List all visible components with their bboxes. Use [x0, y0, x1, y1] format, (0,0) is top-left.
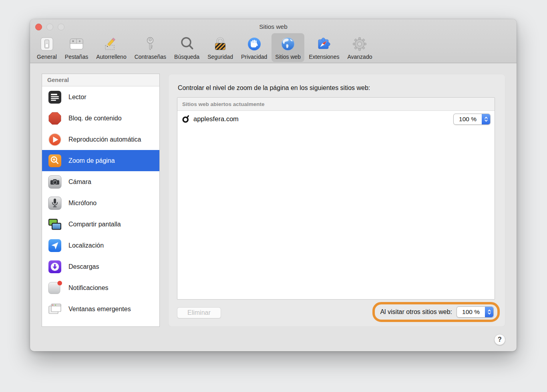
sidebar-item-label: Compartir pantalla [68, 221, 121, 228]
popup-windows-icon [47, 302, 62, 317]
main-pane: Controlar el nivel de zoom de la página … [168, 74, 505, 327]
toolbar-tab-autorrelleno[interactable]: Autorrelleno [93, 33, 130, 62]
site-favicon [182, 115, 190, 123]
gear-icon [350, 35, 369, 53]
site-zoom-value: 100 % [454, 114, 482, 124]
tabs-icon [67, 35, 86, 53]
delete-button[interactable]: Eliminar [177, 307, 221, 318]
sidebar-item-descargas[interactable]: Descargas [42, 256, 159, 277]
page-zoom-icon [47, 153, 62, 168]
toolbar-tab-sitios-web[interactable]: Sitios web [271, 33, 304, 62]
switch-icon [38, 35, 56, 53]
sidebar-item-label: Cámara [68, 178, 91, 186]
stop-octagon-icon [47, 111, 62, 126]
sidebar-item-lector[interactable]: Lector [42, 86, 159, 108]
sidebar-section-header: General [42, 74, 159, 86]
sidebar-item-label: Reproducción automática [68, 136, 141, 143]
pencil-icon [102, 35, 121, 53]
toolbar-tab-label: General [37, 54, 57, 60]
instruction-text: Controlar el nivel de zoom de la página … [178, 84, 370, 92]
sidebar: General Lector [42, 74, 160, 327]
toolbar-tab-privacidad[interactable]: Privacidad [237, 33, 271, 62]
toolbar-tab-label: Búsqueda [174, 54, 199, 60]
sidebar-item-camara[interactable]: Cámara [42, 171, 159, 192]
sidebar-item-label: Localización [68, 242, 104, 249]
site-zoom-stepper[interactable]: 100 % [453, 114, 491, 125]
toolbar-tab-label: Privacidad [241, 54, 267, 60]
download-icon [47, 259, 62, 274]
toolbar-tab-label: Seguridad [207, 54, 233, 60]
sidebar-item-reproduccion[interactable]: Reproducción automática [42, 129, 159, 150]
hand-icon [245, 35, 263, 53]
toolbar-tab-label: Pestañas [65, 54, 88, 60]
sidebar-item-microfono[interactable]: Micrófono [42, 192, 159, 214]
sidebar-item-compartir-pantalla[interactable]: Compartir pantalla [42, 214, 159, 235]
sidebar-item-label: Ventanas emergentes [68, 306, 131, 313]
sidebar-item-label: Descargas [68, 263, 99, 270]
toolbar-tab-label: Autorrelleno [96, 54, 127, 60]
sidebar-item-label: Micrófono [68, 200, 97, 207]
table-section-header: Sitios web abiertos actualmente [177, 98, 495, 111]
safari-preferences-window: Sitios web General [30, 19, 517, 351]
stepper-arrows-icon[interactable] [482, 114, 490, 124]
sidebar-item-label: Lector [68, 94, 86, 101]
puzzle-icon [315, 35, 333, 53]
toolbar-tab-label: Avanzado [347, 54, 372, 60]
annotation-highlight: Al visitar otros sitios web: 100 % [372, 302, 500, 322]
globe-icon [279, 35, 297, 53]
default-zoom-stepper[interactable]: 100 % [457, 306, 494, 318]
toolbar-tab-extensiones[interactable]: Extensiones [305, 33, 343, 62]
toolbar: Sitios web General [30, 19, 517, 63]
toolbar-tab-general[interactable]: General [33, 33, 60, 62]
sidebar-item-label: Notificaciones [68, 284, 109, 292]
microphone-icon [47, 196, 62, 211]
screen-sharing-icon [47, 217, 62, 232]
key-icon [141, 35, 159, 53]
sites-table: Sitios web abiertos actualmente applesfe… [177, 97, 495, 300]
toolbar-tab-label: Extensiones [309, 54, 339, 60]
table-row[interactable]: applesfera.com 100 % [177, 111, 495, 127]
window-title: Sitios web [30, 23, 517, 30]
reader-icon [47, 90, 62, 105]
sidebar-item-localizacion[interactable]: Localización [42, 235, 159, 256]
sidebar-item-label: Bloq. de contenido [68, 115, 122, 122]
notification-badge-icon [47, 280, 62, 296]
autoplay-icon [47, 132, 62, 147]
sidebar-item-notificaciones[interactable]: Notificaciones [42, 277, 159, 298]
location-arrow-icon [47, 238, 62, 253]
toolbar-tab-label: Contraseñas [135, 54, 166, 60]
toolbar-tab-avanzado[interactable]: Avanzado [344, 33, 376, 62]
toolbar-tab-busqueda[interactable]: Búsqueda [171, 33, 203, 62]
sidebar-item-label: Zoom de página [68, 157, 115, 164]
sidebar-item-ventanas-emergentes[interactable]: Ventanas emergentes [42, 298, 159, 320]
default-zoom-value: 100 % [457, 307, 485, 317]
toolbar-tab-contrasenas[interactable]: Contraseñas [131, 33, 170, 62]
magnifier-icon [178, 35, 196, 53]
sidebar-item-zoom-pagina[interactable]: Zoom de página [42, 150, 159, 171]
site-name: applesfera.com [193, 115, 239, 123]
toolbar-tab-label: Sitios web [275, 54, 301, 60]
help-button[interactable]: ? [494, 334, 505, 345]
toolbar-tab-pestanas[interactable]: Pestañas [61, 33, 92, 62]
padlock-icon [211, 35, 229, 53]
stepper-arrows-icon[interactable] [485, 307, 493, 317]
toolbar-tab-seguridad[interactable]: Seguridad [204, 33, 237, 62]
sidebar-item-bloq-contenido[interactable]: Bloq. de contenido [42, 108, 159, 129]
camera-icon [47, 174, 62, 190]
default-zoom-label: Al visitar otros sitios web: [380, 308, 452, 316]
